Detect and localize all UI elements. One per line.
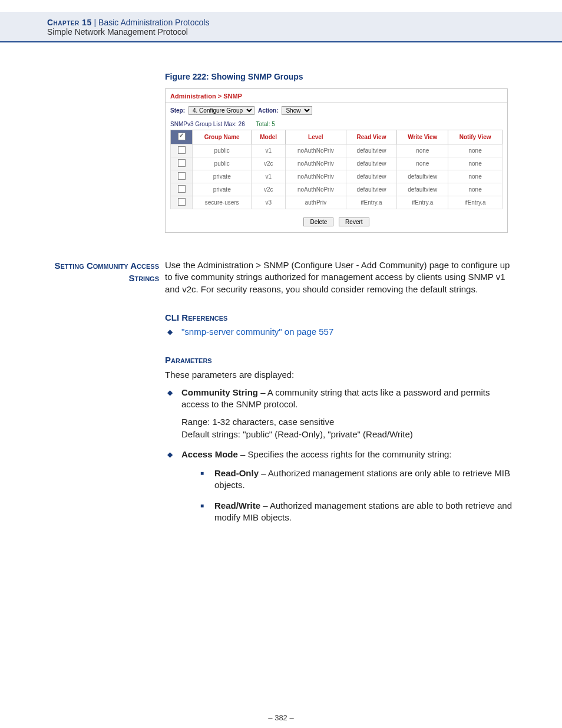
row-checkbox-cell[interactable] — [171, 196, 193, 209]
cell: v1 — [252, 144, 286, 157]
cell: private — [193, 183, 252, 196]
cell: secure-users — [193, 196, 252, 209]
table-row: privatev1noAuthNoPrivdefaultviewdefaultv… — [171, 170, 503, 183]
step-label: Step: — [170, 107, 185, 114]
row-checkbox[interactable] — [178, 172, 186, 180]
cli-link-item: "snmp-server community" on page 557 — [165, 326, 515, 338]
revert-button[interactable]: Revert — [339, 218, 369, 226]
header-sep: | — [94, 18, 99, 27]
cell: v2c — [252, 183, 286, 196]
cli-heading: CLI References — [165, 312, 515, 324]
cell: private — [193, 170, 252, 183]
cell: public — [193, 144, 252, 157]
row-checkbox[interactable] — [178, 185, 186, 193]
delete-button[interactable]: Delete — [303, 218, 333, 226]
margin-heading: Setting Community Access Strings — [47, 259, 165, 532]
col-writeview: Write View — [397, 130, 448, 144]
read-only-desc: – Authorized management stations are onl… — [214, 468, 510, 490]
community-defaults: Default strings: "public" (Read-Only), "… — [181, 429, 515, 440]
cell: public — [193, 157, 252, 170]
chapter-title: Basic Administration Protocols — [98, 18, 209, 27]
page-header: Chapter 15 | Basic Administration Protoc… — [0, 12, 562, 42]
cell: defaultview — [397, 170, 448, 183]
row-checkbox-cell[interactable] — [171, 183, 193, 196]
list-total: Total: 5 — [256, 121, 275, 127]
cell: noAuthNoPriv — [285, 144, 346, 157]
parameters-intro: These parameters are displayed: — [165, 369, 515, 381]
table-row: publicv1noAuthNoPrivdefaultviewnonenone — [171, 144, 503, 157]
cell: v1 — [252, 170, 286, 183]
step-select[interactable]: 4. Configure Group — [189, 106, 254, 115]
table-row: privatev2cnoAuthNoPrivdefaultviewdefault… — [171, 183, 503, 196]
cell: defaultview — [346, 170, 397, 183]
cell: defaultview — [346, 144, 397, 157]
cell: defaultview — [346, 183, 397, 196]
cell: v3 — [252, 196, 286, 209]
row-checkbox[interactable] — [178, 198, 186, 206]
cell: ifEntry.a — [346, 196, 397, 209]
cell: none — [448, 170, 503, 183]
action-label: Action: — [258, 107, 278, 114]
community-label: Community String — [181, 387, 258, 397]
access-mode-label: Access Mode — [181, 449, 238, 459]
read-only-label: Read-Only — [214, 468, 259, 478]
select-all-header[interactable] — [171, 130, 193, 144]
snmp-groups-screenshot: Administration > SNMP Step: 4. Configure… — [165, 88, 508, 233]
read-only-item: Read-Only – Authorized management statio… — [198, 467, 515, 492]
list-title: SNMPv3 Group List — [170, 121, 222, 127]
read-write-label: Read/Write — [214, 500, 260, 510]
section-title: Simple Network Management Protocol — [47, 27, 562, 37]
cell: none — [448, 157, 503, 170]
community-range: Range: 1-32 characters, case sensitive — [181, 416, 515, 428]
table-row: secure-usersv3authPrivifEntry.aifEntry.a… — [171, 196, 503, 209]
table-row: publicv2cnoAuthNoPrivdefaultviewnonenone — [171, 157, 503, 170]
cell: defaultview — [397, 183, 448, 196]
cell: none — [448, 144, 503, 157]
cell: v2c — [252, 157, 286, 170]
row-checkbox[interactable] — [178, 159, 186, 167]
cell: none — [397, 157, 448, 170]
row-checkbox-cell[interactable] — [171, 157, 193, 170]
cell: ifEntry.a — [397, 196, 448, 209]
col-groupname: Group Name — [193, 130, 252, 144]
list-summary: SNMPv3 Group List Max: 26 Total: 5 — [166, 118, 507, 130]
col-level: Level — [285, 130, 346, 144]
col-readview: Read View — [346, 130, 397, 144]
cell: noAuthNoPriv — [285, 183, 346, 196]
read-write-item: Read/Write – Authorized management stati… — [198, 500, 515, 524]
cell: defaultview — [346, 157, 397, 170]
cell: noAuthNoPriv — [285, 170, 346, 183]
row-checkbox-cell[interactable] — [171, 170, 193, 183]
breadcrumb: Administration > SNMP — [166, 89, 507, 103]
select-all-checkbox[interactable] — [178, 133, 186, 140]
toolbar: Step: 4. Configure Group Action: Show — [166, 103, 507, 118]
access-mode-desc: – Specifies the access rights for the co… — [238, 449, 452, 459]
action-select[interactable]: Show — [282, 106, 312, 115]
intro-paragraph: Use the Administration > SNMP (Configure… — [165, 259, 515, 295]
button-row: Delete Revert — [166, 214, 507, 232]
col-notifyview: Notify View — [448, 130, 503, 144]
cell: ifEntry.a — [448, 196, 503, 209]
figure-caption: Figure 222: Showing SNMP Groups — [165, 72, 515, 81]
page-number: – 382 – — [0, 713, 562, 722]
cell: noAuthNoPriv — [285, 157, 346, 170]
col-model: Model — [252, 130, 286, 144]
cli-link[interactable]: "snmp-server community" on page 557 — [181, 327, 333, 337]
chapter-label: Chapter 15 — [47, 18, 92, 27]
row-checkbox-cell[interactable] — [171, 144, 193, 157]
cell: none — [448, 183, 503, 196]
cell: authPriv — [285, 196, 346, 209]
group-table: Group Name Model Level Read View Write V… — [170, 130, 503, 209]
param-community: Community String – A community string th… — [165, 387, 515, 440]
row-checkbox[interactable] — [178, 146, 186, 154]
param-access-mode: Access Mode – Specifies the access right… — [165, 449, 515, 523]
cell: none — [397, 144, 448, 157]
list-max: Max: 26 — [224, 121, 245, 127]
parameters-heading: Parameters — [165, 354, 515, 366]
